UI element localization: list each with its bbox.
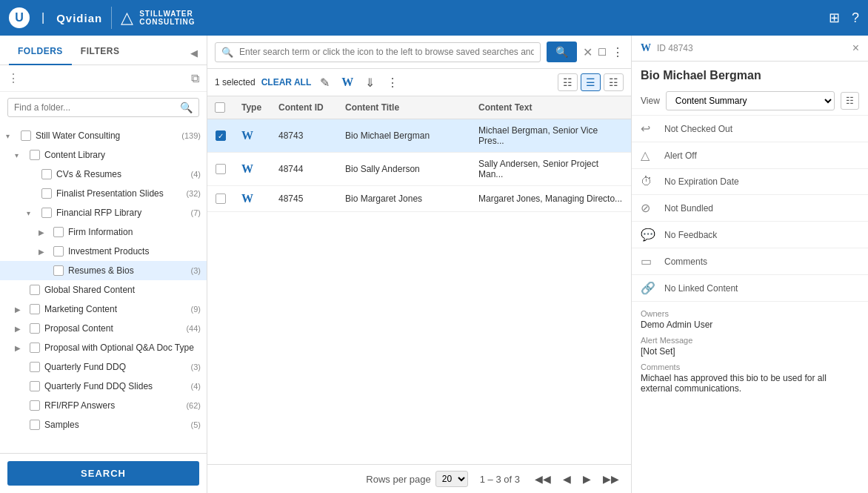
table-row[interactable]: W 48744 Bio Sally Anderson Sally Anderse… [207,153,631,186]
tree-item-resumes-bios[interactable]: ▶ Resumes & Bios (3) [0,261,207,280]
tree-toggle-content-library[interactable]: ▾ [15,151,25,159]
search-save-button[interactable]: □ [598,45,606,59]
tab-folders[interactable]: FOLDERS [9,40,72,65]
tree-toggle-firm-info[interactable]: ▶ [39,228,49,236]
tree-checkbox-global-shared[interactable] [30,285,40,295]
download-button[interactable]: ⇓ [362,74,378,91]
rows-per-page-select[interactable]: 20 [435,471,468,487]
help-icon[interactable]: ? [852,10,859,26]
tree-checkbox-samples[interactable] [30,420,40,430]
tree-checkbox-financial-rfp[interactable] [41,208,52,218]
tree-toggle-financial-rfp[interactable]: ▾ [27,209,37,217]
tree-count-finalist: (32) [186,189,201,198]
grid-icon[interactable]: ⊞ [829,10,840,26]
header-divider [111,7,112,29]
tree-toggle-proposal[interactable]: ▶ [15,325,25,333]
th-content-title[interactable]: Content Title [338,96,471,119]
folder-search-input[interactable] [14,102,176,113]
compact-view-button[interactable]: ☷ [604,73,624,91]
tree-checkbox-rfi[interactable] [30,400,40,411]
tree-item-content-library[interactable]: ▾ Content Library [0,145,207,165]
detail-field-owners: Owners Demo Admin User [641,309,859,330]
header-select-all-checkbox[interactable] [215,102,225,113]
tree-checkbox-proposal-optional[interactable] [30,343,40,353]
filter-icon[interactable]: ⧉ [191,72,199,85]
clear-all-button[interactable]: CLEAR ALL [261,77,312,87]
folder-search-icon[interactable]: 🔍 [180,102,193,113]
tree-count-proposal: (44) [186,324,201,333]
tree-toggle-proposal-optional[interactable]: ▶ [15,344,25,352]
tree-item-quarterly-slides[interactable]: ▶ Quarterly Fund DDQ Slides (4) [0,377,207,396]
tree-checkbox-proposal[interactable] [30,323,40,334]
grid-view-button[interactable]: ☷ [558,73,578,91]
row-checkbox-48745[interactable] [216,193,226,204]
app-logo[interactable]: U [9,7,30,28]
pagination-prev-button[interactable]: ◀ [560,472,574,486]
tree-item-cvs-resumes[interactable]: ▶ CVs & Resumes (4) [0,165,207,184]
more-actions-button[interactable]: ⋮ [384,74,401,91]
header-left: U | Qvidian △ STILLWATER CONSULTING [9,7,196,29]
tree-count-quarterly-fund: (3) [191,363,201,371]
search-button[interactable]: SEARCH [7,461,199,486]
tree-toggle-investment-products[interactable]: ▶ [39,248,49,256]
tab-filters[interactable]: FILTERS [72,40,129,65]
tree-count-still-water: (139) [181,131,201,140]
word-doc-icon-48745: W [241,192,253,205]
detail-close-button[interactable]: × [852,42,859,55]
th-content-id[interactable]: Content ID [271,96,338,119]
detail-item-no-expiration: ⏱ No Expiration Date [632,169,868,195]
tree-item-global-shared[interactable]: ▶ Global Shared Content [0,280,207,300]
list-view-button[interactable]: ☰ [581,73,601,91]
tree-item-proposal[interactable]: ▶ Proposal Content (44) [0,319,207,338]
export-word-button[interactable]: W [338,74,356,90]
table-row[interactable]: W 48745 Bio Margaret Jones Margaret Jone… [207,186,631,212]
tree-item-firm-info[interactable]: ▶ Firm Information [0,222,207,242]
search-browse-icon[interactable]: 🔍 [221,47,233,58]
row-checkbox-48744[interactable] [216,164,226,174]
tree-label-proposal: Proposal Content [44,323,183,334]
tree-label-resumes-bios: Resumes & Bios [68,265,188,276]
tree-checkbox-resumes-bios[interactable] [53,265,64,276]
td-title-48744: Bio Sally Anderson [338,153,471,186]
tree-checkbox-firm-info[interactable] [53,227,64,237]
tree-item-still-water[interactable]: ▾ Still Water Consulting (139) [0,126,207,145]
row-checkbox-48743[interactable]: ✓ [216,130,226,141]
tree-checkbox-still-water[interactable] [21,130,31,141]
search-input[interactable] [239,47,534,57]
pagination-first-button[interactable]: ◀◀ [532,472,554,486]
pagination-last-button[interactable]: ▶▶ [600,472,622,486]
tree-item-rfi[interactable]: ▶ RFI/RFP Answers (62) [0,396,207,415]
brand-logo: △ STILLWATER CONSULTING [121,8,195,27]
tree-item-investment-products[interactable]: ▶ Investment Products [0,242,207,261]
edit-button[interactable]: ✎ [317,74,333,91]
tree-label-rfi: RFI/RFP Answers [44,400,183,411]
rows-per-page-label: Rows per page [366,474,430,485]
more-options-icon[interactable]: ⋮ [7,71,19,85]
tree-item-samples[interactable]: ▶ Samples (5) [0,415,207,434]
tree-checkbox-marketing[interactable] [30,304,40,314]
table-row[interactable]: ✓ W 48743 Bio Michael Bergman Michael Be… [207,119,631,153]
tree-item-finalist[interactable]: ▶ Finalist Presentation Slides (32) [0,184,207,203]
th-content-text[interactable]: Content Text [471,96,631,119]
tree-item-financial-rfp[interactable]: ▾ Financial RFP Library (7) [0,203,207,222]
tree-item-quarterly-fund[interactable]: ▶ Quarterly Fund DDQ (3) [0,357,207,377]
tree-checkbox-investment-products[interactable] [53,246,64,257]
search-submit-button[interactable]: 🔍 [547,42,577,62]
tree-item-marketing[interactable]: ▶ Marketing Content (9) [0,300,207,319]
detail-view-select[interactable]: Content Summary [666,91,835,110]
tree-item-proposal-optional[interactable]: ▶ Proposal with Optional Q&A Doc Type [0,338,207,357]
detail-view-options-button[interactable]: ☷ [841,92,859,110]
tree-checkbox-finalist[interactable] [41,188,52,199]
collapse-panel-icon[interactable]: ◀ [190,47,198,59]
tree-checkbox-quarterly-slides[interactable] [30,381,40,391]
tree-checkbox-cvs-resumes[interactable] [41,169,52,179]
search-clear-button[interactable]: ✕ [583,45,592,59]
tree-label-investment-products: Investment Products [68,246,198,257]
tree-checkbox-content-library[interactable] [30,150,40,160]
search-bar: 🔍 🔍 ✕ □ ⋮ [207,36,631,69]
tree-toggle-still-water[interactable]: ▾ [6,132,16,140]
pagination-next-button[interactable]: ▶ [580,472,594,486]
tree-toggle-marketing[interactable]: ▶ [15,305,25,314]
search-more-button[interactable]: ⋮ [612,45,624,59]
tree-checkbox-quarterly-fund[interactable] [30,362,40,372]
